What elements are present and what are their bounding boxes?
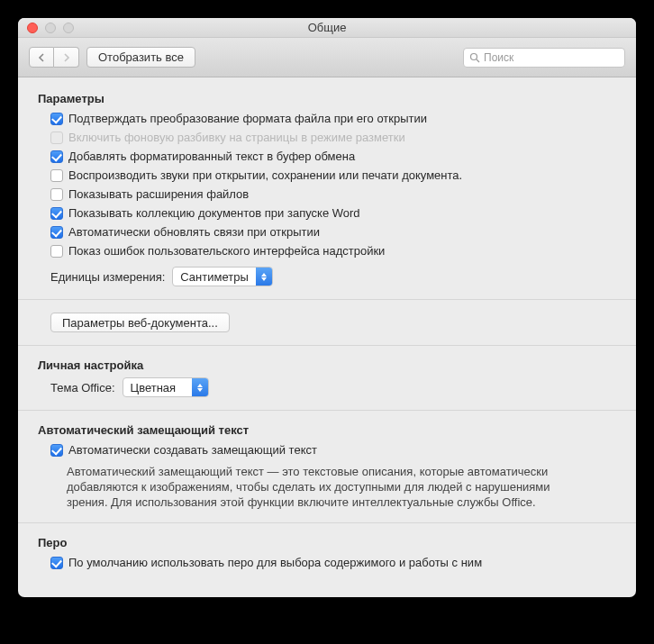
web-document-options-button[interactable]: Параметры веб-документа...	[50, 313, 230, 332]
theme-select[interactable]: Цветная	[123, 377, 209, 397]
params-checkbox-label: Воспроизводить звуки при открытии, сохра…	[68, 168, 462, 184]
params-checkbox-label: Автоматически обновлять связи при открыт…	[68, 224, 320, 240]
svg-line-1	[477, 59, 479, 62]
toolbar: Отобразить все	[18, 38, 636, 77]
divider	[18, 299, 636, 300]
alttext-checkbox[interactable]	[50, 444, 63, 457]
params-checkbox-label: Включить фоновую разбивку на страницы в …	[68, 130, 405, 146]
params-checkbox[interactable]	[50, 169, 63, 182]
params-checkbox[interactable]	[50, 150, 63, 163]
params-option-row: Воспроизводить звуки при открытии, сохра…	[50, 168, 616, 184]
params-checkbox[interactable]	[50, 113, 63, 125]
content: Параметры Подтверждать преобразование фо…	[18, 77, 636, 597]
params-option-row: Добавлять форматированный текст в буфер …	[50, 149, 616, 165]
section-pen-title: Перо	[38, 536, 616, 549]
params-checkbox[interactable]	[50, 207, 63, 220]
svg-point-0	[471, 53, 477, 59]
params-checkbox-label: Показывать коллекцию документов при запу…	[68, 205, 360, 222]
nav-segment	[29, 47, 79, 68]
units-value: Сантиметры	[173, 270, 255, 284]
params-option-row: Показывать коллекцию документов при запу…	[50, 205, 616, 222]
divider	[18, 522, 636, 523]
params-checkbox-label: Подтверждать преобразование формата файл…	[68, 111, 427, 127]
select-stepper-icon	[192, 378, 208, 396]
units-label: Единицы измерения:	[50, 270, 165, 284]
section-alttext-title: Автоматический замещающий текст	[38, 423, 616, 437]
back-button[interactable]	[29, 47, 54, 68]
search-field[interactable]	[463, 48, 625, 68]
search-icon	[469, 52, 480, 63]
params-checkbox-label: Показывать расширения файлов	[68, 186, 249, 203]
params-option-row: Показ ошибок пользовательского интерфейс…	[50, 243, 616, 259]
params-option-row: Подтверждать преобразование формата файл…	[50, 111, 616, 127]
units-select[interactable]: Сантиметры	[172, 267, 272, 286]
show-all-button[interactable]: Отобразить все	[86, 47, 195, 68]
theme-value: Цветная	[123, 381, 192, 395]
section-personal-title: Личная настройка	[38, 358, 616, 372]
params-checkbox-label: Показ ошибок пользовательского интерфейс…	[68, 243, 385, 259]
theme-label: Тема Office:	[50, 381, 115, 395]
divider	[18, 410, 636, 411]
divider	[18, 345, 636, 346]
alttext-checkbox-label: Автоматически создавать замещающий текст	[68, 442, 317, 458]
preferences-window: Общие Отобразить все Параметры Подтвержд…	[18, 18, 636, 597]
forward-button[interactable]	[54, 47, 79, 68]
search-input[interactable]	[484, 51, 619, 64]
show-all-label: Отобразить все	[98, 50, 184, 64]
select-stepper-icon	[256, 268, 272, 286]
params-option-row: Автоматически обновлять связи при открыт…	[50, 224, 616, 240]
window-title: Общие	[18, 21, 636, 34]
pen-checkbox-label: По умолчанию использовать перо для выбор…	[68, 555, 482, 571]
alttext-description: Автоматический замещающий текст — это те…	[38, 464, 578, 510]
web-options-label: Параметры веб-документа...	[62, 316, 218, 330]
params-option-row: Показывать расширения файлов	[50, 186, 616, 203]
params-checkbox[interactable]	[50, 245, 63, 258]
pen-checkbox[interactable]	[50, 557, 63, 569]
params-checkbox[interactable]	[50, 226, 63, 239]
titlebar: Общие	[18, 18, 636, 38]
params-option-list: Подтверждать преобразование формата файл…	[38, 111, 616, 259]
params-checkbox-label: Добавлять форматированный текст в буфер …	[68, 149, 355, 165]
section-params-title: Параметры	[38, 92, 616, 105]
params-checkbox	[50, 132, 63, 144]
params-option-row: Включить фоновую разбивку на страницы в …	[50, 130, 616, 146]
params-checkbox[interactable]	[50, 188, 63, 201]
